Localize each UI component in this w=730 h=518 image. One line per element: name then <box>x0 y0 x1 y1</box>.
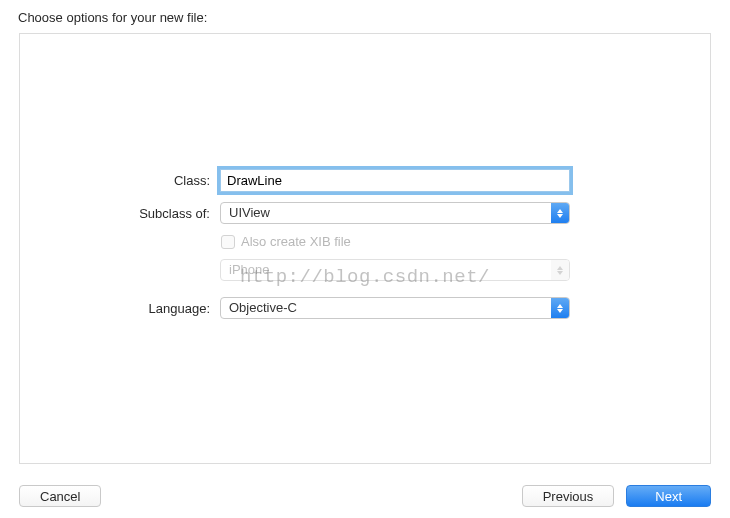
chevron-updown-icon <box>551 260 569 280</box>
language-label: Language: <box>20 301 220 316</box>
row-language: Language: Objective-C <box>20 297 710 319</box>
xib-checkbox-row: Also create XIB file <box>220 234 570 249</box>
language-combobox[interactable]: Objective-C <box>220 297 570 319</box>
class-label: Class: <box>20 173 220 188</box>
dialog-title: Choose options for your new file: <box>18 10 207 25</box>
chevron-updown-icon <box>551 298 569 318</box>
device-value: iPhone <box>221 260 551 280</box>
row-device: iPhone <box>20 259 710 281</box>
xib-checkbox-label: Also create XIB file <box>241 234 351 249</box>
xib-checkbox <box>221 235 235 249</box>
chevron-updown-icon <box>551 203 569 223</box>
options-panel: Class: Subclass of: UIView <box>19 33 711 464</box>
previous-button[interactable]: Previous <box>522 485 615 507</box>
subclass-combobox[interactable]: UIView <box>220 202 570 224</box>
subclass-value: UIView <box>221 203 551 223</box>
row-xib: Also create XIB file <box>20 234 710 249</box>
form-container: Class: Subclass of: UIView <box>20 169 710 329</box>
language-value: Objective-C <box>221 298 551 318</box>
next-button[interactable]: Next <box>626 485 711 507</box>
cancel-button[interactable]: Cancel <box>19 485 101 507</box>
device-combobox: iPhone <box>220 259 570 281</box>
dialog-header: Choose options for your new file: <box>0 0 730 33</box>
row-class: Class: <box>20 169 710 192</box>
row-subclass: Subclass of: UIView <box>20 202 710 224</box>
class-input[interactable] <box>220 169 570 192</box>
subclass-label: Subclass of: <box>20 206 220 221</box>
dialog-footer: Cancel Previous Next <box>19 485 711 507</box>
